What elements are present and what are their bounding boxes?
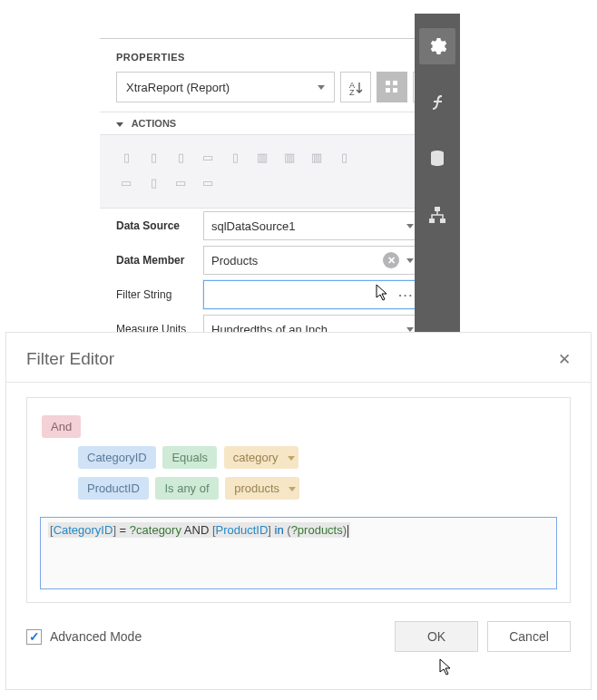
- object-selector-text: XtraReport (Report): [126, 81, 230, 94]
- gear-icon: [428, 37, 446, 55]
- align-icon[interactable]: ▭: [113, 170, 140, 195]
- chevron-down-icon: [406, 224, 414, 228]
- value-chip[interactable]: products: [225, 477, 299, 500]
- filter-string-row: Filter String ···: [100, 277, 460, 312]
- dialog-buttons: OK Cancel: [395, 621, 571, 652]
- toolbar: XtraReport (Report) AZ: [100, 70, 460, 112]
- chevron-down-icon: [318, 85, 325, 90]
- data-source-value: sqlDataSource1: [211, 219, 296, 233]
- database-icon: [429, 150, 445, 168]
- svg-rect-4: [386, 88, 390, 92]
- align-icon[interactable]: ▯: [140, 144, 167, 170]
- sort-button[interactable]: AZ: [340, 72, 371, 102]
- operator-chip[interactable]: Is any of: [155, 477, 218, 500]
- operator-chip[interactable]: Equals: [162, 446, 217, 469]
- criteria-builder: And CategoryID Equals category ProductID…: [26, 397, 571, 603]
- svg-rect-5: [393, 88, 397, 92]
- ellipsis-icon[interactable]: ···: [398, 288, 414, 302]
- filter-string-field[interactable]: ···: [203, 280, 422, 309]
- function-icon: [429, 93, 445, 112]
- close-button[interactable]: ✕: [558, 350, 571, 369]
- filter-string-label: Filter String: [116, 288, 203, 301]
- data-member-label: Data Member: [116, 254, 203, 267]
- group-operator-chip[interactable]: And: [42, 415, 81, 438]
- sort-icon: AZ: [348, 80, 364, 95]
- data-source-label: Data Source: [116, 219, 203, 232]
- align-icon[interactable]: ▯: [113, 144, 140, 170]
- data-member-value: Products: [211, 254, 258, 267]
- align-icon[interactable]: ▭: [194, 144, 221, 170]
- data-source-row: Data Source sqlDataSource1: [100, 209, 460, 243]
- data-member-row: Data Member Products ✕: [100, 243, 460, 277]
- svg-rect-9: [435, 207, 440, 211]
- filter-editor-dialog: Filter Editor ✕ And CategoryID Equals ca…: [5, 332, 592, 690]
- data-tab[interactable]: [419, 141, 455, 177]
- value-chip[interactable]: category: [224, 446, 298, 469]
- svg-rect-10: [429, 219, 435, 223]
- explorer-tab[interactable]: [419, 197, 455, 233]
- cancel-button[interactable]: Cancel: [487, 621, 571, 652]
- align-icon[interactable]: ▭: [167, 170, 194, 195]
- expressions-tab[interactable]: [419, 84, 455, 121]
- categorized-button[interactable]: [377, 72, 407, 102]
- svg-rect-11: [440, 219, 445, 223]
- align-icon[interactable]: ▥: [249, 144, 276, 170]
- align-icon[interactable]: ▯: [221, 144, 249, 170]
- tree-icon: [428, 206, 446, 224]
- svg-text:Z: Z: [349, 88, 355, 95]
- expression-editor[interactable]: [CategoryID] = ?category AND [ProductID]…: [40, 517, 557, 589]
- align-icon[interactable]: ▭: [194, 170, 221, 195]
- align-icon[interactable]: ▯: [140, 170, 167, 195]
- ok-button[interactable]: OK: [395, 621, 478, 652]
- svg-rect-3: [393, 81, 397, 85]
- chevron-down-icon: [289, 487, 296, 491]
- align-icon[interactable]: ▯: [167, 144, 194, 170]
- caret-down-icon: [116, 122, 123, 127]
- actions-section-header[interactable]: ACTIONS: [100, 112, 460, 135]
- chevron-down-icon: [288, 456, 295, 461]
- object-selector[interactable]: XtraReport (Report): [116, 72, 335, 102]
- actions-area: ▯ ▯ ▯ ▭ ▯ ▥ ▥ ▥ ▯ ▭ ▯ ▭ ▭: [100, 135, 460, 209]
- data-source-field[interactable]: sqlDataSource1: [203, 211, 422, 240]
- section-label: ACTIONS: [132, 118, 177, 129]
- field-chip[interactable]: ProductID: [78, 477, 149, 500]
- dialog-footer: ✓ Advanced Mode OK Cancel: [6, 607, 591, 670]
- chevron-down-icon: [406, 327, 414, 332]
- field-chip[interactable]: CategoryID: [78, 446, 156, 469]
- properties-header: PROPERTIES: [100, 39, 460, 70]
- tools-sidebar: [415, 14, 460, 340]
- advanced-mode-label: Advanced Mode: [50, 629, 142, 644]
- data-member-field[interactable]: Products ✕: [203, 246, 422, 275]
- align-icon[interactable]: ▥: [303, 144, 330, 170]
- collapse-button[interactable]: [100, 14, 460, 39]
- criteria-row: CategoryID Equals category: [40, 443, 557, 472]
- dialog-body: And CategoryID Equals category ProductID…: [6, 383, 591, 603]
- criteria-row: ProductID Is any of products: [40, 474, 557, 502]
- advanced-mode-toggle[interactable]: ✓ Advanced Mode: [26, 629, 142, 645]
- properties-panel: PROPERTIES XtraReport (Report) AZ: [100, 14, 460, 340]
- align-icon[interactable]: ▥: [276, 144, 303, 170]
- settings-tab[interactable]: [419, 28, 455, 64]
- svg-rect-2: [386, 81, 390, 85]
- grid-icon: [385, 80, 399, 94]
- dialog-title: Filter Editor: [26, 349, 114, 369]
- chevron-down-icon: [406, 258, 414, 263]
- align-icon[interactable]: ▯: [330, 144, 357, 170]
- checkbox-icon: ✓: [26, 629, 42, 645]
- clear-icon[interactable]: ✕: [383, 252, 399, 268]
- dialog-header: Filter Editor ✕: [6, 333, 591, 383]
